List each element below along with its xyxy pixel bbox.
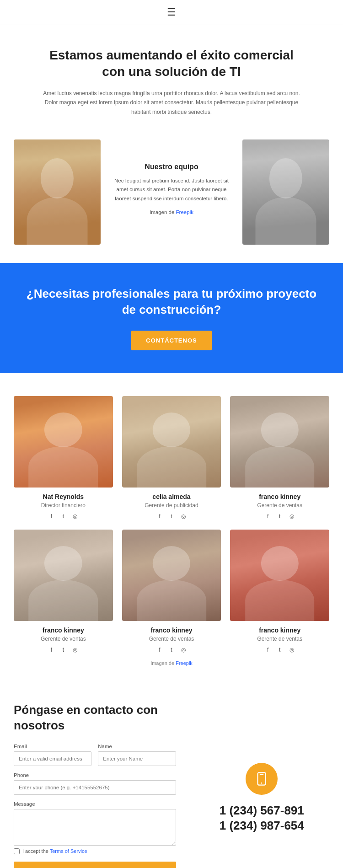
team-photo-2 — [230, 396, 329, 488]
instagram-icon-1[interactable]: ◎ — [179, 512, 188, 520]
svg-point-1 — [261, 782, 263, 784]
contact-info-side: 1 (234) 567-891 1 (234) 987-654 — [194, 702, 329, 868]
contact-section: Póngase en contacto con nosotros Email N… — [0, 684, 343, 868]
facebook-icon-4[interactable]: f — [155, 646, 164, 654]
team-name-4: franco kinney — [122, 627, 221, 634]
facebook-icon-0[interactable]: f — [47, 512, 55, 520]
team-preview-heading: Nuestro equipo — [114, 163, 229, 171]
team-card-5: franco kinney Gerente de ventas f t ◎ — [230, 530, 329, 654]
cta-banner: ¿Necesitas profesionales para tu próximo… — [0, 263, 343, 373]
instagram-icon-5[interactable]: ◎ — [288, 646, 296, 654]
email-group: Email — [14, 744, 91, 766]
team-preview-description: Nec feugiat nisl pretium fusce id. Justo… — [114, 177, 229, 204]
message-input[interactable] — [14, 809, 176, 846]
form-row-email-name: Email Name — [14, 744, 176, 766]
facebook-icon-1[interactable]: f — [155, 512, 164, 520]
phone-icon — [254, 771, 269, 787]
instagram-icon-0[interactable]: ◎ — [71, 512, 79, 520]
team-photo-female — [14, 139, 101, 245]
message-label: Message — [14, 801, 176, 807]
team-card-3: franco kinney Gerente de ventas f t ◎ — [14, 530, 113, 654]
team-role-2: Gerente de ventas — [230, 502, 329, 509]
facebook-icon-3[interactable]: f — [47, 646, 55, 654]
phone-input[interactable] — [14, 780, 176, 795]
hero-title: Estamos aumentando el éxito comercial co… — [37, 47, 306, 80]
facebook-icon-5[interactable]: f — [264, 646, 272, 654]
twitter-icon-2[interactable]: t — [276, 512, 284, 520]
terms-checkbox-row: I accept the Terms of Service — [14, 848, 176, 854]
phone-label: Phone — [14, 772, 176, 778]
freepik-link[interactable]: Freepik — [176, 209, 193, 215]
phone-number-2: 1 (234) 987-654 — [220, 818, 304, 834]
team-photo-3 — [14, 530, 113, 621]
instagram-icon-3[interactable]: ◎ — [71, 646, 79, 654]
name-input[interactable] — [98, 751, 176, 766]
email-label: Email — [14, 744, 91, 749]
freepik-note-link[interactable]: Freepik — [176, 660, 193, 666]
team-name-0: Nat Reynolds — [14, 493, 113, 500]
social-icons-4: f t ◎ — [122, 646, 221, 654]
team-role-1: Gerente de publicidad — [122, 502, 221, 509]
cta-heading: ¿Necesitas profesionales para tu próximo… — [18, 286, 325, 318]
social-icons-0: f t ◎ — [14, 512, 113, 520]
team-role-0: Director financiero — [14, 502, 113, 509]
phone-icon-circle — [246, 763, 278, 795]
message-group: Message — [14, 801, 176, 846]
freepik-note: Imagen de Freepik — [14, 654, 329, 680]
team-card-1: celia almeda Gerente de publicidad f t ◎ — [122, 396, 221, 520]
terms-label: I accept the Terms of Service — [22, 848, 87, 854]
name-label: Name — [98, 744, 176, 749]
contact-form-side: Póngase en contacto con nosotros Email N… — [14, 702, 176, 868]
social-icons-1: f t ◎ — [122, 512, 221, 520]
team-photo-male — [242, 139, 329, 245]
team-photo-0 — [14, 396, 113, 488]
twitter-icon-3[interactable]: t — [59, 646, 67, 654]
twitter-icon-4[interactable]: t — [167, 646, 176, 654]
team-role-3: Gerente de ventas — [14, 636, 113, 642]
social-icons-5: f t ◎ — [230, 646, 329, 654]
hamburger-menu-icon[interactable]: ☰ — [167, 6, 176, 18]
email-input[interactable] — [14, 751, 91, 766]
facebook-icon-2[interactable]: f — [264, 512, 272, 520]
team-preview-section: Nuestro equipo Nec feugiat nisl pretium … — [0, 130, 343, 263]
hero-description: Amet luctus venenatis lectus magna fring… — [37, 89, 306, 117]
instagram-icon-4[interactable]: ◎ — [179, 646, 188, 654]
phone-group: Phone — [14, 772, 176, 795]
team-name-2: franco kinney — [230, 493, 329, 500]
cta-button[interactable]: CONTÁCTENOS — [131, 331, 211, 350]
team-name-1: celia almeda — [122, 493, 221, 500]
team-role-4: Gerente de ventas — [122, 636, 221, 642]
team-name-5: franco kinney — [230, 627, 329, 634]
team-name-3: franco kinney — [14, 627, 113, 634]
team-role-5: Gerente de ventas — [230, 636, 329, 642]
social-icons-2: f t ◎ — [230, 512, 329, 520]
social-icons-3: f t ◎ — [14, 646, 113, 654]
team-preview-text-block: Nuestro equipo Nec feugiat nisl pretium … — [101, 154, 242, 230]
team-photo-4 — [122, 530, 221, 621]
phone-number-1: 1 (234) 567-891 — [220, 803, 304, 819]
team-card-0: Nat Reynolds Director financiero f t ◎ — [14, 396, 113, 520]
team-grid-section: Nat Reynolds Director financiero f t ◎ c… — [0, 373, 343, 684]
team-preview-credit: Imagen de Freepik — [114, 208, 229, 217]
contact-heading: Póngase en contacto con nosotros — [14, 702, 176, 734]
twitter-icon-5[interactable]: t — [276, 646, 284, 654]
team-photo-1 — [122, 396, 221, 488]
header: ☰ — [0, 0, 343, 25]
hero-section: Estamos aumentando el éxito comercial co… — [0, 25, 343, 130]
submit-button[interactable]: ENTREGAR — [14, 862, 176, 868]
team-grid: Nat Reynolds Director financiero f t ◎ c… — [14, 396, 329, 654]
svg-rect-2 — [260, 774, 264, 775]
twitter-icon-0[interactable]: t — [59, 512, 67, 520]
team-card-4: franco kinney Gerente de ventas f t ◎ — [122, 530, 221, 654]
instagram-icon-2[interactable]: ◎ — [288, 512, 296, 520]
team-photo-5 — [230, 530, 329, 621]
twitter-icon-1[interactable]: t — [167, 512, 176, 520]
terms-checkbox[interactable] — [14, 848, 20, 854]
name-group: Name — [98, 744, 176, 766]
terms-link[interactable]: Terms of Service — [50, 848, 87, 854]
team-card-2: franco kinney Gerente de ventas f t ◎ — [230, 396, 329, 520]
